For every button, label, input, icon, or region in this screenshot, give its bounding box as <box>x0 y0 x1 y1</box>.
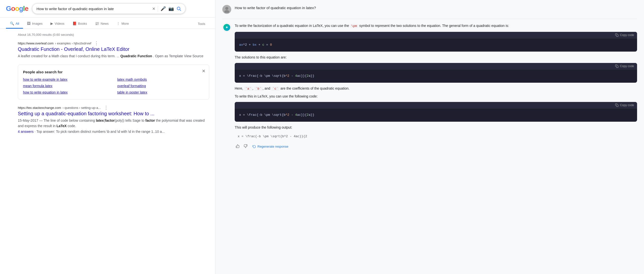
result-more-btn-2[interactable]: ⋮ <box>104 105 108 110</box>
coeff-c-code: `c` <box>271 87 280 91</box>
results-area: About 16,70,000 results (0.60 seconds) h… <box>0 29 215 134</box>
thumbs-down-button[interactable] <box>242 143 248 150</box>
people-also-title: People also search for <box>23 70 204 74</box>
search-tab-icon: 🔍 <box>10 21 14 25</box>
pm-code-inline: \pm <box>350 24 358 28</box>
result-path-2: › questions › setting-up-a... <box>62 106 101 110</box>
svg-point-3 <box>224 10 229 13</box>
camera-icon[interactable]: 📷 <box>168 6 174 11</box>
result-snippet-2: 15-May-2017 — The line of code below con… <box>18 118 209 129</box>
svg-rect-6 <box>616 105 618 107</box>
snippet-date-2: 15-May-2017 <box>18 119 38 123</box>
people-also-item-5[interactable]: table in poster latex <box>117 90 204 94</box>
coeff-text2: are the coefficients of the quadratic eq… <box>280 86 350 90</box>
ai-intro-text: To write the factorization of a quadrati… <box>235 24 349 28</box>
copy-label-3: Copy code <box>620 103 634 107</box>
chat-actions: Regenerate response <box>235 143 637 150</box>
books-tab-icon: 📕 <box>72 21 77 25</box>
user-message-text: How to write factor of quadratic equatio… <box>235 5 637 11</box>
header: Google ✕ 🎤 📷 <box>0 0 215 17</box>
ai-logo-icon: ✦ <box>223 24 230 31</box>
snippet-before-2: — The line of code below containing <box>39 119 95 123</box>
ai-message-text: To write the factorization of a quadrati… <box>235 23 637 150</box>
code-content-3: x = \frac{-b \pm \sqrt{b^2 - 4ac}}{2a}} <box>235 109 637 122</box>
tools-tab[interactable]: Tools <box>194 19 209 28</box>
code-block-1: Copy code ax^2 + bx + c = 0 <box>235 32 637 52</box>
snippet-after-1: . Open as Template View Source <box>153 54 203 58</box>
output-preview: x = \frac{-b \pm \sqrt{b^2 - 4ac}}{2 <box>235 132 637 141</box>
result-path-1: › examples › hjbvztxdrvwf <box>55 41 92 45</box>
close-people-also-button[interactable]: ✕ <box>202 68 206 74</box>
svg-line-1 <box>180 10 181 11</box>
copy-label-1: Copy code <box>620 33 634 37</box>
code-content-2: x = \frac{-b \pm \sqrt{b^2 - 4ac}}{2a}} <box>235 70 637 83</box>
tab-images-label: Images <box>32 22 42 25</box>
result-domain-2: https://tex.stackexchange.com <box>18 106 61 110</box>
tab-more-label: More <box>122 22 129 25</box>
chat-divider <box>222 19 637 19</box>
clear-icon[interactable]: ✕ <box>152 6 155 11</box>
user-avatar <box>222 5 231 14</box>
latex-text: To write this in LaTeX, you can use the … <box>235 94 637 99</box>
search-button[interactable] <box>176 6 181 11</box>
people-also-grid: how to write example in latex latex math… <box>23 78 204 94</box>
tab-all[interactable]: 🔍 All <box>6 19 23 29</box>
snippet-bold-23: factor <box>146 119 155 123</box>
result-domain-1: https://www.overleaf.com <box>18 41 54 45</box>
answers-link[interactable]: 4 answers <box>18 130 34 134</box>
tab-books[interactable]: 📕 Books <box>68 19 91 29</box>
tab-books-label: Books <box>78 22 87 25</box>
snippet-final-2: code. <box>68 124 76 128</box>
videos-tab-icon: ▶ <box>50 21 53 25</box>
tab-videos[interactable]: ▶ Videos <box>46 19 68 29</box>
tab-news[interactable]: 📰 News <box>91 19 113 29</box>
search-bar[interactable]: ✕ 🎤 📷 <box>32 3 186 14</box>
results-count: About 16,70,000 results (0.60 seconds) <box>18 33 209 36</box>
more-tab-icon: ⋮ <box>116 21 120 25</box>
people-also-item-4[interactable]: how to write equation in latex <box>23 90 110 94</box>
divider-line <box>158 6 158 11</box>
ai-intro-paragraph: To write the factorization of a quadrati… <box>235 23 637 29</box>
people-also-item-2[interactable]: mean formula latex <box>23 84 110 88</box>
mic-icon[interactable]: 🎤 <box>160 6 166 11</box>
snippet-before-1: A leaflet created for a Math class that … <box>18 54 120 58</box>
copy-label-2: Copy code <box>620 64 634 68</box>
google-logo: Google <box>6 5 28 12</box>
tab-news-label: News <box>101 22 109 25</box>
snippet-poly-2: (poly)) tells Sage to <box>114 119 144 123</box>
result-item-2: https://tex.stackexchange.com › question… <box>18 105 209 134</box>
tabs-bar: 🔍 All 🖼 Images ▶ Videos 📕 Books 📰 News ⋮… <box>0 17 215 29</box>
svg-point-0 <box>177 7 180 10</box>
search-input[interactable] <box>36 7 150 11</box>
ai-avatar: ✦ <box>222 23 231 32</box>
code-block-3: Copy code x = \frac{-b \pm \sqrt{b^2 - 4… <box>235 102 637 122</box>
coefficients-paragraph: Here, `a`, `b`, and `c` are the coeffici… <box>235 86 637 92</box>
people-also-item-0[interactable]: how to write example in latex <box>23 78 110 81</box>
svg-rect-5 <box>616 66 618 68</box>
ai-chat-message: ✦ To write the factorization of a quadra… <box>222 23 637 150</box>
result-url-2: https://tex.stackexchange.com › question… <box>18 105 209 110</box>
news-tab-icon: 📰 <box>95 21 99 25</box>
result-snippet-1: A leaflet created for a Math class that … <box>18 53 209 59</box>
result-title-2[interactable]: Setting up a quadratic-equation factorin… <box>18 110 209 117</box>
svg-point-2 <box>225 7 228 10</box>
tab-images[interactable]: 🖼 Images <box>23 19 46 29</box>
regenerate-button[interactable]: Regenerate response <box>250 144 290 149</box>
people-also-box: ✕ People also search for how to write ex… <box>18 65 209 100</box>
copy-code-btn-3[interactable]: Copy code <box>615 103 634 107</box>
snippet-bold-21: latex <box>96 119 104 123</box>
coeff-a-code: `a` <box>244 87 252 91</box>
people-also-item-1[interactable]: latex math symbols <box>117 78 204 81</box>
snippet-bold-24: LaTeX <box>56 124 66 128</box>
people-also-item-3[interactable]: overleaf formatting <box>117 84 204 88</box>
user-chat-message: How to write factor of quadratic equatio… <box>222 5 637 14</box>
copy-code-btn-1[interactable]: Copy code <box>615 33 634 37</box>
output-text: This will produce the following output: <box>235 125 637 130</box>
snippet-bold-1: Quadratic Function <box>120 54 152 58</box>
thumbs-up-button[interactable] <box>235 143 241 150</box>
regenerate-label: Regenerate response <box>258 145 288 148</box>
result-more-btn-1[interactable]: ⋮ <box>94 41 99 45</box>
result-title-1[interactable]: Quadratic Function - Overleaf, Online La… <box>18 46 209 52</box>
copy-code-btn-2[interactable]: Copy code <box>615 64 634 68</box>
tab-more[interactable]: ⋮ More <box>112 19 133 29</box>
